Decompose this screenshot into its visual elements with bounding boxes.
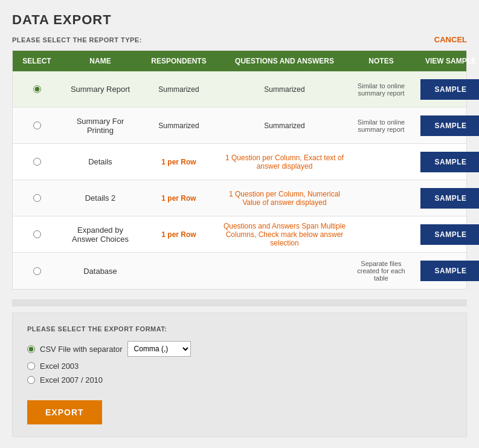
section-divider [12,299,467,307]
row-sample-cell-database: SAMPLE [411,256,479,286]
table-row: Expanded by Answer Choices1 per RowQuest… [13,216,466,253]
sample-button-summary-report[interactable]: SAMPLE [420,79,479,100]
sample-button-summary-for-printing[interactable]: SAMPLE [420,115,479,136]
col-notes: NOTES [351,51,411,71]
row-notes-summary-report: Similar to online summary report [351,77,411,102]
format-excel2010-label[interactable]: Excel 2007 / 2010 [40,375,103,385]
format-excel2003-label[interactable]: Excel 2003 [40,362,79,371]
report-radio-details-2[interactable] [33,194,41,202]
row-name-database: Database [61,262,140,281]
row-name-summary-for-printing: Summary For Printing [61,112,140,140]
row-respondents-summary-report: Summarized [140,80,218,99]
sample-button-details-2[interactable]: SAMPLE [420,188,479,209]
row-notes-summary-for-printing: Similar to online summary report [351,114,411,138]
format-excel2003-radio[interactable] [27,362,35,370]
format-excel2010-row: Excel 2007 / 2010 [27,375,452,385]
row-sample-cell-summary-report: SAMPLE [411,74,479,105]
table-row: Details 21 per Row1 Question per Column,… [13,180,466,216]
row-sample-cell-details-2: SAMPLE [411,183,479,213]
row-qa-details: 1 Question per Column, Exact text of ans… [218,149,351,175]
row-qa-expanded-by-answer: Questions and Answers Span Multiple Colu… [218,217,351,252]
table-row: Summary ReportSummarizedSummarizedSimila… [13,71,466,108]
row-respondents-details: 1 per Row [140,153,218,171]
row-qa-database [218,266,351,276]
row-name-details: Details [61,152,140,171]
row-notes-details [351,157,411,167]
format-excel2010-radio[interactable] [27,376,35,384]
page-title: DATA EXPORT [12,12,467,28]
col-select: SELECT [13,51,61,71]
report-type-label: PLEASE SELECT THE REPORT TYPE: [12,36,142,44]
cancel-button[interactable]: CANCEL [434,35,467,44]
row-sample-cell-expanded-by-answer: SAMPLE [411,219,479,250]
export-format-label: PLEASE SELECT THE EXPORT FORMAT: [27,325,452,333]
table-header: SELECT NAME RESPONDENTS QUESTIONS AND AN… [13,51,466,71]
row-respondents-expanded-by-answer: 1 per Row [140,226,218,244]
report-radio-details[interactable] [33,158,41,166]
row-qa-details-2: 1 Question per Column, Numerical Value o… [218,185,351,212]
format-csv-row: CSV File with separator Comma (,) Semico… [27,341,452,357]
row-respondents-details-2: 1 per Row [140,189,218,207]
col-sample: VIEW SAMPLE [411,51,479,71]
export-button[interactable]: EXPORT [27,400,102,424]
format-csv-radio[interactable] [27,345,35,353]
report-radio-expanded-by-answer[interactable] [33,230,41,238]
table-body: Summary ReportSummarizedSummarizedSimila… [13,71,466,289]
format-excel2003-row: Excel 2003 [27,362,452,371]
row-sample-cell-summary-for-printing: SAMPLE [411,111,479,141]
report-type-table: SELECT NAME RESPONDENTS QUESTIONS AND AN… [12,50,467,290]
table-row: Details1 per Row1 Question per Column, E… [13,144,466,180]
table-row: DatabaseSeparate files created for each … [13,253,466,289]
row-notes-expanded-by-answer [351,230,411,239]
csv-separator-select[interactable]: Comma (,) Semicolon (;) Tab [127,341,191,357]
col-qa: QUESTIONS AND ANSWERS [218,51,351,71]
format-csv-label[interactable]: CSV File with separator [40,345,123,354]
sample-button-expanded-by-answer[interactable]: SAMPLE [420,224,479,245]
row-qa-summary-for-printing: Summarized [218,117,351,135]
row-notes-database: Separate files created for each table [351,255,411,287]
col-respondents: RESPONDENTS [140,51,218,71]
sample-button-details[interactable]: SAMPLE [420,152,479,172]
report-radio-summary-report[interactable] [33,85,41,93]
row-respondents-database [140,266,218,276]
col-name: NAME [61,51,140,71]
row-name-details-2: Details 2 [61,189,140,207]
report-radio-database[interactable] [33,267,41,275]
row-qa-summary-report: Summarized [218,80,351,99]
export-format-section: PLEASE SELECT THE EXPORT FORMAT: CSV Fil… [12,313,467,437]
row-notes-details-2 [351,193,411,203]
sample-button-database[interactable]: SAMPLE [420,261,479,281]
row-respondents-summary-for-printing: Summarized [140,117,218,135]
row-sample-cell-details: SAMPLE [411,147,479,177]
row-name-expanded-by-answer: Expanded by Answer Choices [61,221,140,248]
row-name-summary-report: Summary Report [61,80,140,99]
report-radio-summary-for-printing[interactable] [33,122,41,129]
table-row: Summary For PrintingSummarizedSummarized… [13,108,466,144]
